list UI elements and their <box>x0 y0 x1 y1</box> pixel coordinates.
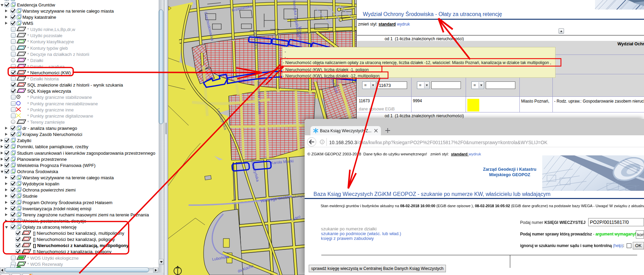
svg-text:Żarnowska: Żarnowska <box>253 30 258 49</box>
